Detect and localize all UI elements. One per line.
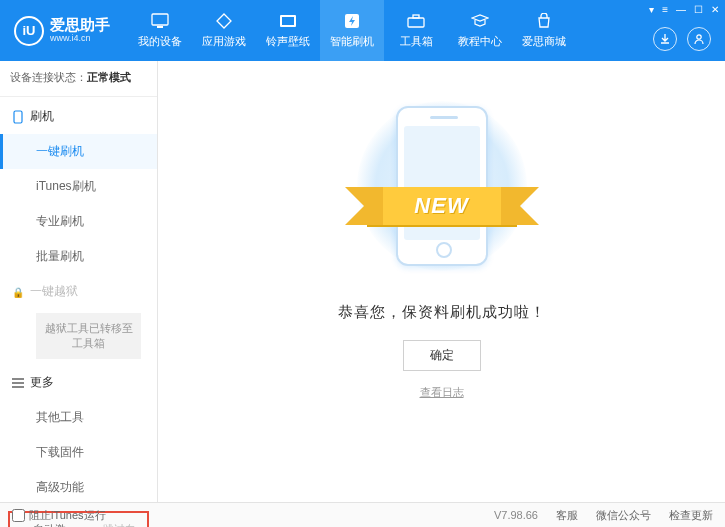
svg-rect-3 xyxy=(282,17,294,25)
footer-link-support[interactable]: 客服 xyxy=(556,508,578,523)
view-log-link[interactable]: 查看日志 xyxy=(420,385,464,400)
sidebar-item-pro-flash[interactable]: 专业刷机 xyxy=(0,204,157,239)
app-url: www.i4.cn xyxy=(50,34,110,44)
jailbreak-note: 越狱工具已转移至工具箱 xyxy=(36,313,141,359)
svg-rect-1 xyxy=(157,26,163,28)
sidebar-item-itunes-flash[interactable]: iTunes刷机 xyxy=(0,169,157,204)
device-icon xyxy=(150,12,170,30)
success-illustration: NEW xyxy=(357,91,527,281)
version-label: V7.98.66 xyxy=(494,509,538,521)
list-icon xyxy=(12,378,24,388)
sidebar-group-jailbreak: 一键越狱 xyxy=(0,274,157,309)
svg-rect-0 xyxy=(152,14,168,25)
sidebar-group-flash[interactable]: 刷机 xyxy=(0,99,157,134)
sidebar: 设备连接状态：正常模式 刷机 一键刷机 iTunes刷机 专业刷机 批量刷机 一… xyxy=(0,61,158,502)
nav-apps-games[interactable]: 应用游戏 xyxy=(192,0,256,61)
svg-rect-5 xyxy=(408,18,424,27)
minimize-icon[interactable]: — xyxy=(676,4,686,15)
sidebar-item-other-tools[interactable]: 其他工具 xyxy=(0,400,157,435)
nav-tutorial[interactable]: 教程中心 xyxy=(448,0,512,61)
flash-icon xyxy=(342,12,362,30)
sidebar-item-download-firmware[interactable]: 下载固件 xyxy=(0,435,157,470)
connection-status: 设备连接状态：正常模式 xyxy=(0,61,157,94)
footer-link-update[interactable]: 检查更新 xyxy=(669,508,713,523)
checkbox-block-itunes[interactable]: 阻止iTunes运行 xyxy=(12,508,106,523)
tutorial-icon xyxy=(470,12,490,30)
menu-icon[interactable]: ▾ xyxy=(649,4,654,15)
sidebar-item-oneclick-flash[interactable]: 一键刷机 xyxy=(0,134,157,169)
new-ribbon: NEW xyxy=(367,187,517,225)
nav-toolbox[interactable]: 工具箱 xyxy=(384,0,448,61)
success-message: 恭喜您，保资料刷机成功啦！ xyxy=(338,303,546,322)
wallpaper-icon xyxy=(278,12,298,30)
window-controls: ▾ ≡ — ☐ ✕ xyxy=(649,4,719,15)
toolbox-icon xyxy=(406,12,426,30)
close-icon[interactable]: ✕ xyxy=(711,4,719,15)
nav-store[interactable]: 爱思商城 xyxy=(512,0,576,61)
user-button[interactable] xyxy=(687,27,711,51)
svg-point-7 xyxy=(697,35,701,39)
top-nav: 我的设备 应用游戏 铃声壁纸 智能刷机 工具箱 教程中心 爱思商城 xyxy=(128,0,576,61)
checkbox-skip-guide[interactable]: 跳过向导 xyxy=(86,522,142,527)
sidebar-item-batch-flash[interactable]: 批量刷机 xyxy=(0,239,157,274)
store-icon xyxy=(534,12,554,30)
checkbox-auto-activate[interactable]: 自动激活 xyxy=(16,522,72,527)
nav-ringtone-wallpaper[interactable]: 铃声壁纸 xyxy=(256,0,320,61)
main-content: NEW 恭喜您，保资料刷机成功啦！ 确定 查看日志 xyxy=(158,61,725,502)
sidebar-group-more[interactable]: 更多 xyxy=(0,365,157,400)
settings-icon[interactable]: ≡ xyxy=(662,4,668,15)
nav-my-device[interactable]: 我的设备 xyxy=(128,0,192,61)
phone-icon xyxy=(12,110,24,124)
svg-rect-8 xyxy=(14,111,22,123)
app-name: 爱思助手 xyxy=(50,17,110,34)
app-header: iU 爱思助手 www.i4.cn 我的设备 应用游戏 铃声壁纸 智能刷机 工具… xyxy=(0,0,725,61)
confirm-button[interactable]: 确定 xyxy=(403,340,481,371)
apps-icon xyxy=(214,12,234,30)
app-logo: iU 爱思助手 www.i4.cn xyxy=(0,16,120,46)
footer-link-wechat[interactable]: 微信公众号 xyxy=(596,508,651,523)
svg-rect-6 xyxy=(413,15,419,18)
download-button[interactable] xyxy=(653,27,677,51)
maximize-icon[interactable]: ☐ xyxy=(694,4,703,15)
logo-icon: iU xyxy=(14,16,44,46)
lock-icon xyxy=(12,285,24,299)
nav-smart-flash[interactable]: 智能刷机 xyxy=(320,0,384,61)
sidebar-item-advanced[interactable]: 高级功能 xyxy=(0,470,157,505)
